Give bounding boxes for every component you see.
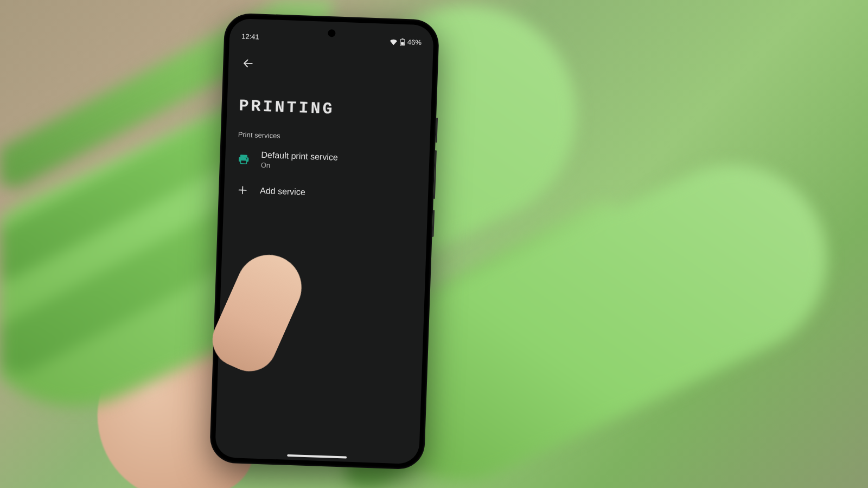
svg-rect-1	[402, 38, 404, 39]
printer-icon	[237, 152, 251, 166]
plus-icon	[236, 183, 250, 197]
svg-line-3	[244, 63, 252, 64]
wifi-icon	[390, 38, 398, 45]
battery-percent: 46%	[407, 38, 422, 47]
phone-frame: 12:41 46% PRINTING	[209, 12, 440, 470]
default-print-service-title: Default print service	[261, 150, 338, 163]
battery-icon	[400, 38, 405, 46]
add-service-title: Add service	[260, 186, 305, 197]
back-button[interactable]	[237, 53, 259, 75]
gesture-nav-handle[interactable]	[287, 454, 347, 459]
svg-rect-4	[240, 155, 247, 157]
svg-rect-2	[401, 42, 404, 44]
phone-screen: 12:41 46% PRINTING	[215, 18, 434, 465]
svg-rect-6	[240, 160, 246, 164]
page-title: PRINTING	[226, 79, 432, 137]
arrow-back-icon	[242, 57, 254, 72]
default-print-service-status: On	[261, 161, 338, 172]
status-time: 12:41	[241, 32, 259, 41]
